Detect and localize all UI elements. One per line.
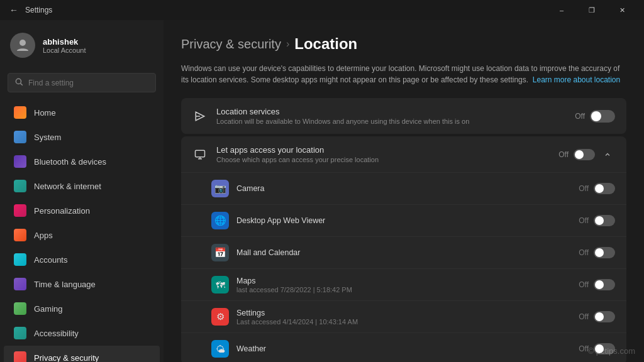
page-description: Windows can use your device's capabiliti… [181,63,621,85]
location-services-icon [192,109,208,124]
app-name-settings: Settings [236,309,571,317]
app-name-desktop-web: Desktop App Web Viewer [236,216,571,225]
app-toggle-camera[interactable] [594,183,615,194]
location-services-card: Location services Location will be avail… [181,98,626,134]
minimize-button[interactable]: – [547,0,576,20]
app-info-weather: Weather [236,344,571,353]
nav-icon-gaming [14,302,26,315]
avatar [10,33,35,58]
let-apps-title: Let apps access your location [216,145,550,155]
location-services-sub: Location will be available to Windows an… [216,118,566,125]
nav-list: Home System Bluetooth & devices Network … [0,100,164,362]
back-button[interactable]: ← [8,4,20,16]
app-row-maps: 🗺 Maps last accessed 7/28/2022 | 5:18:42… [181,269,626,301]
nav-label-time: Time & language [34,280,96,289]
app-toggle-area-settings: Off [579,311,615,322]
app-name-weather: Weather [236,344,571,353]
nav-icon-personalization [14,204,26,217]
nav-label-home: Home [34,108,56,118]
restore-button[interactable]: ❐ [577,0,606,20]
app-info-mail: Mall and Calendar [236,248,571,257]
learn-more-link[interactable]: Learn more about location [533,75,620,84]
app-toggle-area-desktop-web: Off [579,215,615,226]
sidebar-item-time[interactable]: Time & language [4,272,160,296]
nav-label-personalization: Personalization [34,206,90,216]
app-icon-camera: 📷 [211,180,229,197]
app-row-settings: ⚙ Settings Last accessed 4/14/2024 | 10:… [181,301,626,333]
sidebar-item-system[interactable]: System [4,125,160,149]
sidebar-item-privacy[interactable]: Privacy & security [4,346,160,362]
app-icon-mail: 📅 [211,244,229,261]
location-services-title: Location services [216,107,566,116]
breadcrumb-separator: › [286,38,289,50]
search-input[interactable] [28,79,149,87]
app-toggle-weather[interactable] [594,343,615,354]
titlebar-title: Settings [25,6,52,14]
svg-rect-5 [196,150,205,157]
location-services-text: Location services Location will be avail… [216,107,566,125]
sidebar: abhishek Local Account Home System Bluet… [0,20,164,362]
svg-point-1 [16,79,21,84]
app-toggle-area-camera: Off [579,183,615,194]
app-state-camera: Off [579,184,589,193]
sidebar-item-network[interactable]: Network & internet [4,174,160,198]
content-area: Privacy & security › Location Windows ca… [164,20,644,362]
app-accessed-maps: last accessed 7/28/2022 | 5:18:42 PM [236,286,571,293]
nav-icon-home [14,106,26,119]
nav-icon-bluetooth [14,155,26,168]
nav-icon-network [14,180,26,192]
let-apps-state: Off [558,150,569,159]
app-toggle-maps[interactable] [594,279,615,290]
location-services-right: Off [575,110,615,123]
app-row-camera: 📷 Camera Off [181,173,626,205]
location-services-toggle[interactable] [590,110,615,123]
close-button[interactable]: ✕ [608,0,636,20]
nav-label-privacy: Privacy & security [34,353,99,363]
breadcrumb: Privacy & security › Location [181,35,626,53]
sidebar-item-accounts[interactable]: Accounts [4,248,160,272]
app-icon-maps: 🗺 [211,276,229,293]
let-apps-right: Off [558,147,615,162]
search-box[interactable] [8,73,156,92]
location-services-row: Location services Location will be avail… [181,98,626,134]
app-toggle-area-weather: Off [579,343,615,354]
app-info-desktop-web: Desktop App Web Viewer [236,216,571,225]
breadcrumb-current: Location [294,35,357,53]
let-apps-sub: Choose which apps can access your precis… [216,156,550,163]
sidebar-item-personalization[interactable]: Personalization [4,199,160,222]
sidebar-item-gaming[interactable]: Gaming [4,297,160,321]
user-name: abhishek [43,37,86,47]
app-row-desktop-web: 🌐 Desktop App Web Viewer Off [181,205,626,237]
app-info-maps: Maps last accessed 7/28/2022 | 5:18:42 P… [236,277,571,293]
nav-label-apps: Apps [34,231,53,240]
nav-label-accounts: Accounts [34,255,67,265]
app-state-weather: Off [579,344,589,353]
app-toggle-desktop-web[interactable] [594,215,615,226]
app-state-settings: Off [579,312,589,321]
app-icon-settings: ⚙ [211,308,229,326]
let-apps-expand[interactable] [600,147,615,162]
app-row-weather: 🌤 Weather Off [181,333,626,362]
app-info-settings: Settings Last accessed 4/14/2024 | 10:43… [236,309,571,326]
app-accessed-settings: Last accessed 4/14/2024 | 10:43:14 AM [236,318,571,326]
user-sub: Local Account [43,47,86,54]
app-state-maps: Off [579,280,589,289]
let-apps-card: Let apps access your location Choose whi… [181,136,626,362]
window-controls: – ❐ ✕ [547,0,636,20]
svg-point-0 [19,40,26,46]
sidebar-item-accessibility[interactable]: Accessibility [4,321,160,345]
sidebar-item-apps[interactable]: Apps [4,223,160,247]
breadcrumb-parent[interactable]: Privacy & security [181,37,281,52]
app-icon-desktop-web: 🌐 [211,212,229,229]
location-services-state: Off [575,112,585,121]
app-toggle-mail[interactable] [594,247,615,258]
let-apps-text: Let apps access your location Choose whi… [216,145,550,163]
sidebar-item-bluetooth[interactable]: Bluetooth & devices [4,150,160,173]
app-toggle-settings[interactable] [594,311,615,322]
nav-icon-system [14,131,26,143]
sidebar-item-home[interactable]: Home [4,101,160,124]
nav-icon-apps [14,229,26,241]
app-state-mail: Off [579,248,589,257]
let-apps-toggle[interactable] [574,149,595,160]
user-section[interactable]: abhishek Local Account [0,25,164,65]
